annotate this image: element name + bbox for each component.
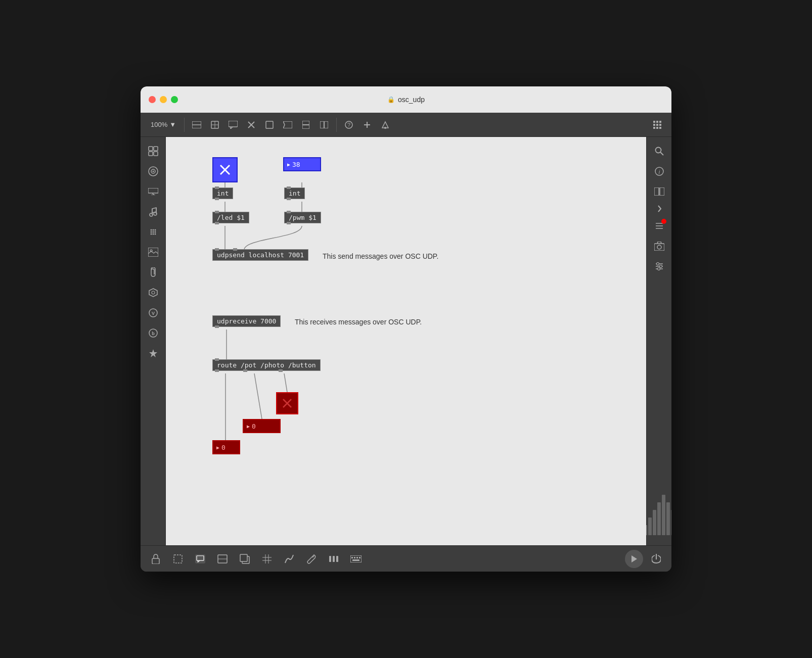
lock-button[interactable] bbox=[147, 550, 165, 568]
grid-button[interactable] bbox=[649, 117, 665, 133]
svg-rect-27 bbox=[656, 127, 658, 129]
hslider-tool-button[interactable] bbox=[316, 117, 332, 133]
svg-rect-109 bbox=[359, 557, 360, 558]
udpsend-inlet1 bbox=[215, 248, 219, 251]
svg-point-83 bbox=[657, 245, 661, 249]
svg-text:i: i bbox=[658, 169, 660, 175]
info-icon[interactable]: i bbox=[651, 163, 667, 179]
sidebar-dots-icon[interactable] bbox=[145, 224, 161, 240]
int1-object[interactable]: int bbox=[212, 187, 233, 199]
zoom-control[interactable]: 100% ▼ bbox=[147, 119, 180, 130]
grid-toggle-bottom-button[interactable] bbox=[258, 550, 276, 568]
traffic-lights bbox=[149, 96, 178, 103]
int1-inlet bbox=[215, 186, 219, 189]
svg-rect-21 bbox=[656, 121, 658, 123]
toggle-tool-button[interactable] bbox=[261, 117, 278, 133]
titlebar: 🔒 osc_udp bbox=[141, 86, 671, 113]
paint-button[interactable] bbox=[377, 117, 393, 133]
svg-rect-82 bbox=[654, 244, 664, 251]
minimize-button[interactable] bbox=[160, 96, 167, 103]
sidebar-star-icon[interactable] bbox=[145, 345, 161, 361]
sidebar-clip-icon[interactable] bbox=[145, 264, 161, 280]
int1-outlet bbox=[215, 198, 219, 200]
svg-point-54 bbox=[152, 291, 155, 294]
window-title: 🔒 osc_udp bbox=[387, 96, 425, 104]
svg-point-44 bbox=[152, 229, 154, 231]
number-red2-value: 0 bbox=[221, 444, 225, 451]
duplicate-bottom-button[interactable] bbox=[236, 550, 254, 568]
svg-rect-32 bbox=[154, 152, 158, 156]
comment-tool-button[interactable] bbox=[225, 117, 241, 133]
bottom-toolbar bbox=[141, 545, 671, 572]
number-38-object[interactable]: 38 bbox=[283, 157, 321, 171]
svg-point-85 bbox=[656, 263, 659, 265]
sidebar-image-icon[interactable] bbox=[145, 244, 161, 260]
led-msg-object[interactable]: /led $1 bbox=[212, 212, 249, 223]
sidebar-target-icon[interactable] bbox=[145, 163, 161, 179]
pwm-msg-object[interactable]: /pwm $1 bbox=[284, 212, 321, 223]
split-view-icon[interactable] bbox=[651, 183, 667, 200]
svg-rect-29 bbox=[149, 147, 153, 151]
udpsend-inlet2 bbox=[233, 248, 237, 251]
right-sidebar: i bbox=[646, 137, 671, 545]
sidebar-objects-icon[interactable] bbox=[145, 143, 161, 159]
number-red1-value: 0 bbox=[252, 422, 256, 430]
udpreceive-object[interactable]: udpreceive 7000 bbox=[212, 315, 281, 327]
comment-bottom-button[interactable] bbox=[191, 550, 209, 568]
vslider-tool-button[interactable] bbox=[298, 117, 314, 133]
play-button[interactable] bbox=[625, 550, 643, 568]
cord-bottom-button[interactable] bbox=[280, 550, 298, 568]
route-object[interactable]: route /pot /photo /button bbox=[212, 359, 321, 371]
bang-tool-button[interactable] bbox=[243, 117, 259, 133]
meter-bar-4 bbox=[657, 502, 661, 535]
number-tool-button[interactable] bbox=[280, 117, 296, 133]
number-red1-object[interactable]: 0 bbox=[243, 419, 281, 433]
bang-blue-object[interactable] bbox=[212, 157, 238, 182]
object-bottom-button[interactable] bbox=[213, 550, 232, 568]
svg-rect-108 bbox=[356, 557, 358, 558]
svg-point-35 bbox=[152, 171, 154, 172]
zoom-arrow-icon: ▼ bbox=[169, 121, 176, 128]
log-icon[interactable] bbox=[651, 218, 667, 234]
svg-text:b: b bbox=[152, 331, 155, 336]
meter-bar-2 bbox=[648, 518, 652, 535]
params-icon[interactable] bbox=[651, 258, 667, 274]
search-icon[interactable] bbox=[651, 143, 667, 159]
select-tool-button[interactable] bbox=[169, 550, 187, 568]
keyboard-bottom-button[interactable] bbox=[347, 550, 365, 568]
number-red2-object[interactable]: 0 bbox=[212, 440, 240, 454]
route-outlet1 bbox=[215, 369, 219, 372]
meter-bar-6 bbox=[666, 502, 670, 535]
svg-point-43 bbox=[150, 229, 152, 231]
svg-rect-105 bbox=[350, 555, 362, 562]
udpsend-object[interactable]: udpsend localhost 7001 bbox=[212, 249, 308, 261]
bars-bottom-button[interactable] bbox=[325, 550, 343, 568]
svg-marker-111 bbox=[631, 555, 637, 562]
camera-icon[interactable] bbox=[651, 238, 667, 254]
close-button[interactable] bbox=[149, 96, 156, 103]
sidebar-vst-icon[interactable]: V bbox=[145, 305, 161, 321]
sidebar-display-icon[interactable] bbox=[145, 183, 161, 200]
object-tool-button[interactable] bbox=[207, 117, 223, 133]
wrench-bottom-button[interactable] bbox=[302, 550, 321, 568]
sidebar-music-icon[interactable] bbox=[145, 204, 161, 220]
led-outlet bbox=[215, 222, 219, 224]
int2-object[interactable]: int bbox=[284, 187, 305, 199]
power-button[interactable] bbox=[647, 550, 665, 568]
svg-marker-59 bbox=[149, 349, 157, 357]
svg-point-50 bbox=[152, 233, 154, 235]
help-button[interactable]: ? bbox=[341, 117, 357, 133]
collapse-arrow[interactable] bbox=[656, 204, 663, 214]
bang-red-object[interactable] bbox=[276, 392, 298, 414]
main-window: 🔒 osc_udp 100% ▼ bbox=[141, 86, 671, 572]
add-button[interactable] bbox=[359, 117, 375, 133]
svg-rect-25 bbox=[659, 124, 661, 126]
svg-rect-96 bbox=[240, 554, 247, 561]
canvas[interactable]: 38 int int /led $1 bbox=[166, 137, 646, 545]
sidebar-beatport-icon[interactable]: b bbox=[145, 325, 161, 341]
udpreceive-outlet bbox=[215, 325, 219, 328]
sidebar-plugin-icon[interactable] bbox=[145, 285, 161, 301]
svg-rect-31 bbox=[149, 152, 153, 156]
message-tool-button[interactable] bbox=[189, 117, 205, 133]
maximize-button[interactable] bbox=[171, 96, 178, 103]
